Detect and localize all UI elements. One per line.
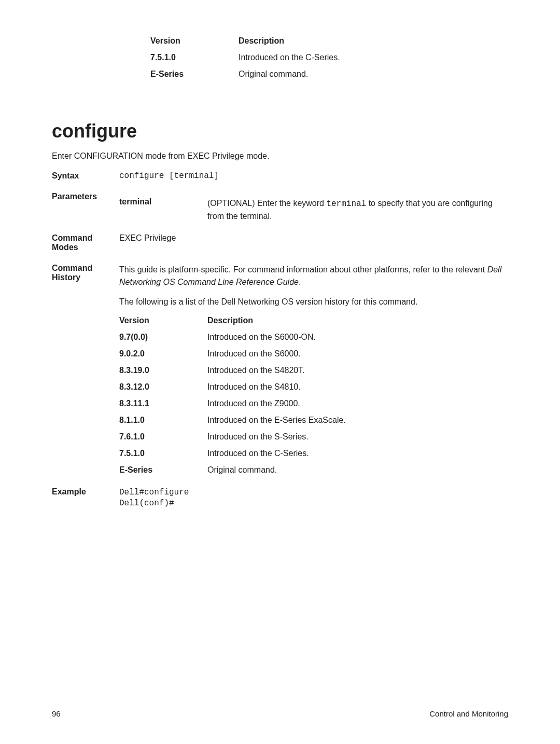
table-header-version: Version [119, 316, 207, 325]
history-intro: The following is a list of the Dell Netw… [119, 297, 508, 307]
prior-version-table: Version Description 7.5.1.0 Introduced o… [150, 36, 508, 79]
table-row: 8.3.12.0 Introduced on the S4810. [119, 382, 508, 392]
version-cell: 8.3.12.0 [119, 382, 207, 392]
example-label: Example [52, 487, 119, 509]
description-cell: Original command. [239, 70, 308, 79]
description-cell: Introduced on the S6000-ON. [207, 333, 316, 342]
footer-section: Control and Monitoring [429, 709, 508, 718]
syntax-value: configure [terminal] [119, 171, 508, 181]
parameter-name: terminal [119, 197, 207, 222]
version-cell: 8.3.19.0 [119, 366, 207, 375]
history-para-pre: This guide is platform-specific. For com… [119, 265, 487, 274]
table-row: 7.5.1.0 Introduced on the C-Series. [150, 53, 508, 62]
command-modes-row: Command Modes EXEC Privilege [52, 233, 508, 252]
description-cell: Introduced on the E-Series ExaScale. [207, 416, 346, 425]
version-cell: E-Series [119, 465, 207, 475]
table-row: 8.3.11.1 Introduced on the Z9000. [119, 399, 508, 408]
table-row: 7.6.1.0 Introduced on the S-Series. [119, 432, 508, 442]
history-para-post: . [299, 278, 301, 286]
version-cell: 7.5.1.0 [150, 53, 239, 62]
section-title: configure [52, 120, 508, 142]
parameters-label: Parameters [52, 192, 119, 222]
version-cell: 8.1.1.0 [119, 416, 207, 425]
section-intro: Enter CONFIGURATION mode from EXEC Privi… [52, 151, 508, 161]
page-footer: 96 Control and Monitoring [52, 709, 508, 718]
table-row: 8.3.19.0 Introduced on the S4820T. [119, 366, 508, 375]
description-cell: Introduced on the S4810. [207, 382, 301, 392]
command-history-paragraph: This guide is platform-specific. For com… [119, 264, 508, 287]
syntax-label: Syntax [52, 171, 119, 181]
param-desc-pre: (OPTIONAL) Enter the keyword [207, 199, 326, 208]
version-cell: 8.3.11.1 [119, 399, 207, 408]
syntax-row: Syntax configure [terminal] [52, 171, 508, 181]
table-row: E-Series Original command. [150, 70, 508, 79]
version-cell: 9.7(0.0) [119, 333, 207, 342]
version-cell: 7.5.1.0 [119, 449, 207, 458]
table-row: 9.7(0.0) Introduced on the S6000-ON. [119, 333, 508, 342]
command-history-row: Command History This guide is platform-s… [52, 264, 508, 481]
parameter-description: (OPTIONAL) Enter the keyword terminal to… [207, 197, 508, 222]
command-modes-label: Command Modes [52, 233, 119, 252]
example-row: Example Dell#configure Dell(conf)# [52, 487, 508, 509]
page-number: 96 [52, 709, 61, 718]
example-code: Dell#configure Dell(conf)# [119, 487, 508, 509]
table-row: 7.5.1.0 Introduced on the C-Series. [119, 449, 508, 458]
table-row: 9.0.2.0 Introduced on the S6000. [119, 349, 508, 359]
description-cell: Introduced on the S4820T. [207, 366, 305, 375]
description-cell: Original command. [207, 465, 277, 475]
version-cell: 7.6.1.0 [119, 432, 207, 442]
param-desc-code: terminal [326, 199, 366, 209]
command-history-label: Command History [52, 264, 119, 481]
version-cell: E-Series [150, 70, 239, 79]
table-header-description: Description [207, 316, 253, 325]
table-row: E-Series Original command. [119, 465, 508, 475]
description-cell: Introduced on the C-Series. [207, 449, 309, 458]
version-cell: 9.0.2.0 [119, 349, 207, 359]
parameters-row: Parameters terminal (OPTIONAL) Enter the… [52, 192, 508, 222]
description-cell: Introduced on the S6000. [207, 349, 301, 359]
description-cell: Introduced on the C-Series. [239, 53, 340, 62]
command-modes-value: EXEC Privilege [119, 233, 508, 252]
table-row: 8.1.1.0 Introduced on the E-Series ExaSc… [119, 416, 508, 425]
table-header-description: Description [239, 36, 284, 46]
history-table: Version Description 9.7(0.0) Introduced … [119, 316, 508, 475]
description-cell: Introduced on the Z9000. [207, 399, 300, 408]
table-header-version: Version [150, 36, 239, 46]
description-cell: Introduced on the S-Series. [207, 432, 309, 442]
